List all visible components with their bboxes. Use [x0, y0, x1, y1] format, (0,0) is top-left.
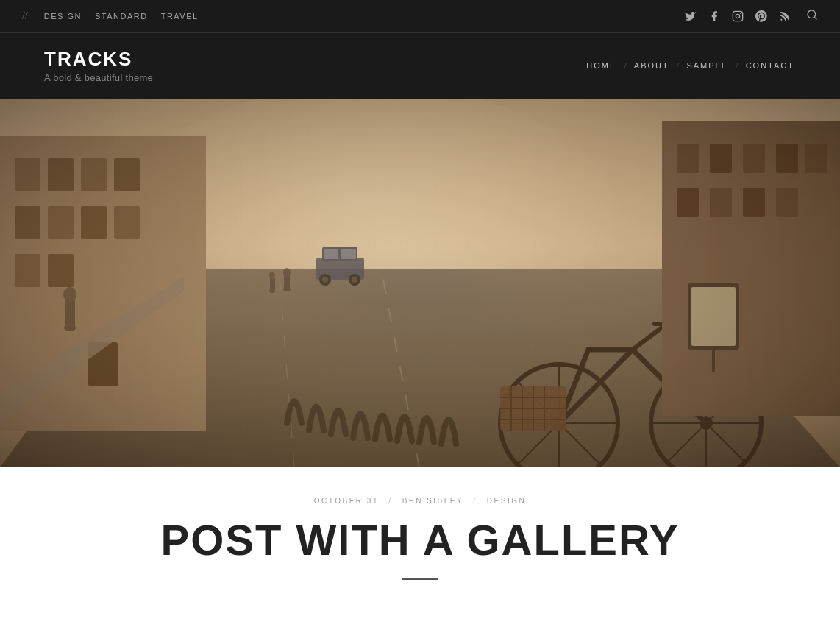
pinterest-icon[interactable]	[755, 10, 768, 23]
nav-about[interactable]: ABOUT	[633, 58, 671, 73]
top-nav-links: // DESIGN STANDARD TRAVEL	[22, 10, 199, 22]
instagram-icon[interactable]	[731, 10, 744, 23]
content-box: OCTOBER 31 / BEN SIBLEY / DESIGN POST WI…	[44, 467, 796, 602]
svg-line-6	[814, 17, 816, 19]
nav-link-design[interactable]: DESIGN	[44, 12, 82, 21]
top-nav-social	[684, 9, 818, 24]
site-logo[interactable]: TRACKS A bold & beautiful theme	[44, 48, 153, 83]
site-tagline: A bold & beautiful theme	[44, 72, 153, 83]
nav-sep-3: /	[736, 60, 738, 71]
post-content-area: OCTOBER 31 / BEN SIBLEY / DESIGN POST WI…	[88, 467, 752, 602]
nav-link-standard[interactable]: STANDARD	[95, 12, 148, 21]
twitter-icon[interactable]	[684, 10, 697, 23]
post-title-divider	[402, 578, 438, 580]
rss-icon[interactable]	[778, 10, 791, 23]
post-author: BEN SIBLEY	[402, 497, 463, 505]
post-date: OCTOBER 31	[314, 497, 379, 505]
facebook-icon[interactable]	[708, 10, 721, 23]
svg-rect-86	[0, 99, 840, 467]
site-header: TRACKS A bold & beautiful theme HOME / A…	[0, 32, 840, 99]
nav-sep-2: /	[677, 60, 680, 71]
svg-point-1	[736, 14, 739, 18]
search-icon[interactable]	[806, 9, 818, 24]
nav-sep-1: /	[624, 60, 627, 71]
meta-sep-2: /	[473, 497, 477, 505]
nav-contact[interactable]: CONTACT	[744, 58, 796, 73]
svg-point-4	[780, 19, 782, 21]
nav-separator-icon: //	[22, 10, 28, 22]
meta-sep-1: /	[388, 497, 392, 505]
main-nav: HOME / ABOUT / SAMPLE / CONTACT	[585, 58, 796, 73]
svg-point-2	[740, 13, 741, 14]
nav-home[interactable]: HOME	[585, 58, 618, 73]
top-nav-bar: // DESIGN STANDARD TRAVEL	[0, 0, 840, 32]
post-meta: OCTOBER 31 / BEN SIBLEY / DESIGN	[103, 497, 737, 505]
hero-image	[0, 99, 840, 467]
svg-rect-0	[733, 11, 742, 21]
post-category: DESIGN	[487, 497, 526, 505]
post-title: POST WITH A GALLERY	[103, 518, 737, 563]
site-title: TRACKS	[44, 48, 153, 71]
nav-link-travel[interactable]: TRAVEL	[161, 12, 199, 21]
nav-sample[interactable]: SAMPLE	[685, 58, 730, 73]
